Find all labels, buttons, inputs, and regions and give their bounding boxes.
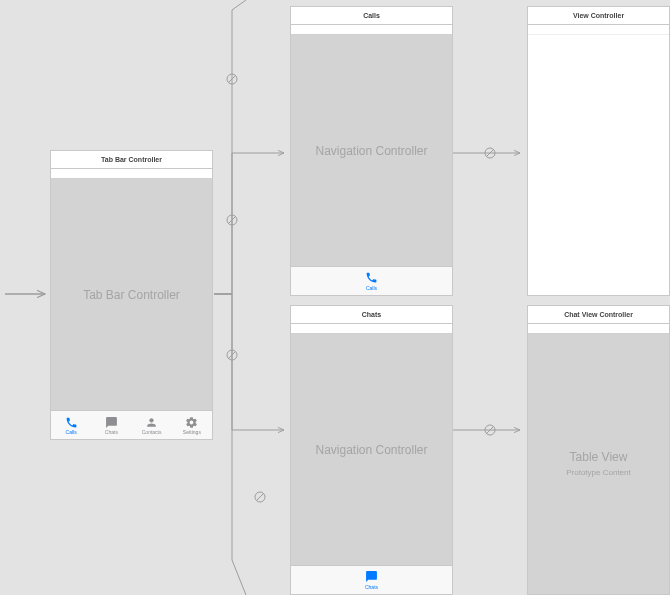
- tab-label: Chats: [365, 584, 378, 590]
- contact-icon: [145, 416, 158, 429]
- svg-line-13: [487, 150, 494, 157]
- scene-nav-chats[interactable]: Chats Navigation Controller Chats: [290, 305, 453, 595]
- gear-icon: [185, 416, 198, 429]
- scene-body-label: Navigation Controller: [315, 443, 427, 457]
- scene-title: Tab Bar Controller: [51, 151, 212, 169]
- svg-line-5: [229, 76, 236, 83]
- tab-item-settings[interactable]: Settings: [172, 411, 212, 439]
- segue-marker: [226, 73, 238, 85]
- scene-tab-bar-controller[interactable]: Tab Bar Controller Tab Bar Controller Ca…: [50, 150, 213, 440]
- tab-label: Contacts: [142, 430, 162, 435]
- svg-line-7: [229, 217, 236, 224]
- segue-marker: [484, 147, 496, 159]
- scene-chat-view-controller[interactable]: Chat View Controller Table View Prototyp…: [527, 305, 670, 595]
- svg-line-11: [257, 494, 264, 501]
- phone-icon: [65, 416, 78, 429]
- scene-title: Calls: [291, 7, 452, 25]
- scene-nav-calls[interactable]: Calls Navigation Controller Calls: [290, 6, 453, 296]
- scene-title: View Controller: [528, 7, 669, 25]
- segue-marker: [484, 424, 496, 436]
- status-bar: [528, 25, 669, 35]
- tab-label: Calls: [366, 285, 377, 291]
- scene-view-controller[interactable]: View Controller: [527, 6, 670, 296]
- svg-line-9: [229, 352, 236, 359]
- table-view-label: Table View: [570, 450, 628, 464]
- prototype-content-label: Prototype Content: [566, 468, 630, 477]
- scene-title: Chats: [291, 306, 452, 324]
- phone-icon: [365, 271, 378, 284]
- chat-icon: [105, 416, 118, 429]
- scene-title: Chat View Controller: [528, 306, 669, 324]
- chat-icon: [365, 570, 378, 583]
- segue-marker: [226, 214, 238, 226]
- segue-marker: [254, 491, 266, 503]
- tab-bar: Chats: [291, 565, 452, 594]
- tab-item-chats[interactable]: Chats: [91, 411, 131, 439]
- tab-item-contacts[interactable]: Contacts: [132, 411, 172, 439]
- segue-marker: [226, 349, 238, 361]
- tab-bar: Calls Chats Contacts Settings: [51, 410, 212, 439]
- svg-line-15: [487, 427, 494, 434]
- tab-label: Chats: [105, 430, 118, 435]
- tab-label: Calls: [66, 430, 77, 435]
- tab-bar: Calls: [291, 266, 452, 295]
- scene-body-label: Navigation Controller: [315, 144, 427, 158]
- tab-label: Settings: [183, 430, 201, 435]
- tab-item-calls[interactable]: Calls: [51, 411, 91, 439]
- scene-body-label: Tab Bar Controller: [83, 288, 180, 302]
